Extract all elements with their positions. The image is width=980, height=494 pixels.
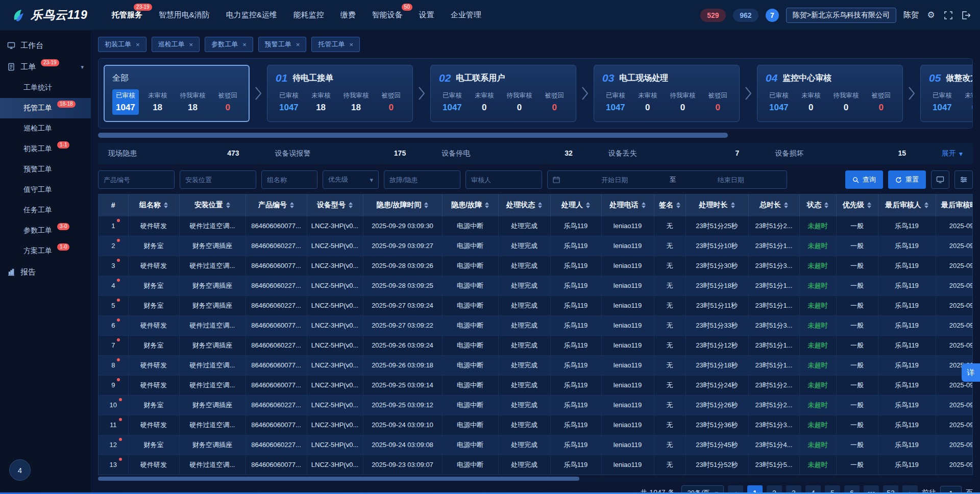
step-stat[interactable]: 被驳回0 xyxy=(378,89,404,115)
auditor-input[interactable] xyxy=(465,170,542,189)
nav-item[interactable]: 电力监控&运维 xyxy=(219,5,284,25)
workflow-step-card[interactable]: 02电工联系用户已审核1047未审核0待我审核0被驳回0 xyxy=(430,65,576,122)
step-stat[interactable]: 已审核1047 xyxy=(602,89,629,115)
step-stat[interactable]: 已审核1047 xyxy=(439,89,465,115)
sidebar-item[interactable]: 参数工单3-0 xyxy=(0,220,91,241)
step-stat[interactable]: 被驳回0 xyxy=(214,89,241,115)
priority-select[interactable]: 优先级 ▾ xyxy=(323,170,379,189)
column-header[interactable]: 处理状态 xyxy=(498,194,550,216)
logout-icon[interactable] xyxy=(961,10,971,20)
workorder-tab-chip[interactable]: 巡检工单× xyxy=(152,37,200,52)
company-selector[interactable]: 陈贺>新北京乐鸟科技有限公司 xyxy=(786,8,896,23)
table-row[interactable]: 10财务室财务空调插座864606060227...LNCZ-5HP(v0...… xyxy=(99,395,973,415)
search-button[interactable]: 查询 xyxy=(845,170,883,189)
column-header[interactable]: 设备型号 xyxy=(307,194,363,216)
sort-icon[interactable] xyxy=(226,202,230,208)
column-header[interactable]: 隐患/故障 xyxy=(442,194,498,216)
sort-icon[interactable] xyxy=(784,202,788,208)
nav-item[interactable]: 缴费 xyxy=(334,5,362,25)
detail-float-button[interactable]: 详 xyxy=(962,363,980,382)
steps-scrollbar-thumb[interactable] xyxy=(98,133,728,138)
table-row[interactable]: 7财务室财务空调插座864606060227...LNCZ-5HP(v0...2… xyxy=(99,335,973,355)
column-header[interactable]: 签名 xyxy=(654,194,685,216)
nav-item[interactable]: 托管服务23-19 xyxy=(105,5,149,25)
sort-icon[interactable] xyxy=(164,202,168,208)
sort-icon[interactable] xyxy=(924,202,928,208)
column-header[interactable]: 产品编号 xyxy=(246,194,307,216)
fault-input[interactable] xyxy=(384,170,460,189)
expand-toggle[interactable]: 展开▾ xyxy=(942,149,963,158)
column-header[interactable]: 隐患/故障时间 xyxy=(363,194,442,216)
sort-icon[interactable] xyxy=(824,202,828,208)
end-date-input[interactable] xyxy=(680,176,782,184)
workflow-step-card[interactable]: 03电工现场处理已审核1047未审核0待我审核0被驳回0 xyxy=(594,65,740,122)
step-stat[interactable]: 未审核0 xyxy=(798,89,824,115)
start-date-input[interactable] xyxy=(564,176,666,184)
step-stat[interactable]: 未审核0 xyxy=(961,89,973,115)
table-row[interactable]: 4财务室财务空调插座864606060227...LNCZ-5HP(v0...2… xyxy=(99,276,973,295)
column-header[interactable]: 组名称 xyxy=(128,194,179,216)
step-stat[interactable]: 已审核1047 xyxy=(276,89,302,115)
date-range-picker[interactable]: 至 xyxy=(547,170,787,189)
group-name-input[interactable] xyxy=(261,170,317,189)
table-row[interactable]: 9硬件研发硬件过道空调...864606060077...LNCZ-3HP(v0… xyxy=(99,375,973,395)
sort-icon[interactable] xyxy=(731,202,735,208)
column-header[interactable]: # xyxy=(99,194,128,216)
nav-item[interactable]: 智慧用电&消防 xyxy=(152,5,216,25)
table-scrollbar[interactable] xyxy=(98,477,973,481)
sort-icon[interactable] xyxy=(538,202,542,208)
column-header[interactable]: 处理电话 xyxy=(601,194,654,216)
column-header[interactable]: 优先级 xyxy=(836,194,878,216)
sort-icon[interactable] xyxy=(586,202,590,208)
sort-icon[interactable] xyxy=(867,202,871,208)
table-row[interactable]: 12财务室财务空调插座864606060227...LNCZ-5HP(v0...… xyxy=(99,435,973,455)
message-counter-badge[interactable]: 962 xyxy=(733,9,758,22)
nav-item[interactable]: 能耗监控 xyxy=(287,5,331,25)
sort-icon[interactable] xyxy=(349,202,353,208)
step-stat[interactable]: 待我审核18 xyxy=(339,89,372,115)
table-scrollbar-thumb[interactable] xyxy=(98,477,579,481)
table-row[interactable]: 3硬件研发硬件过道空调...864606060077...LNCZ-3HP(v0… xyxy=(99,256,973,276)
step-stat[interactable]: 已审核1047 xyxy=(112,89,139,115)
nav-item[interactable]: 企业管理 xyxy=(444,5,488,25)
step-stat[interactable]: 待我审核18 xyxy=(176,89,209,115)
column-header[interactable]: 最后审核人 xyxy=(878,194,936,216)
step-stat[interactable]: 待我审核0 xyxy=(503,89,535,115)
sort-icon[interactable] xyxy=(485,202,489,208)
sidebar-item[interactable]: 预警工单 xyxy=(0,159,91,180)
step-stat[interactable]: 待我审核0 xyxy=(666,89,699,115)
gear-icon[interactable]: ⚙ xyxy=(926,10,936,20)
close-icon[interactable]: × xyxy=(349,41,353,48)
workorder-tab-chip[interactable]: 托管工单× xyxy=(311,37,360,52)
column-settings-icon-button[interactable] xyxy=(954,170,973,189)
sidebar-float-badge[interactable]: 4 xyxy=(9,459,31,481)
step-stat[interactable]: 未审核18 xyxy=(144,89,171,115)
step-stat[interactable]: 未审核0 xyxy=(634,89,661,115)
step-stat[interactable]: 已审核1047 xyxy=(766,89,792,115)
column-header[interactable]: 总时长 xyxy=(748,194,799,216)
sort-icon[interactable] xyxy=(290,202,294,208)
nav-item[interactable]: 设置 xyxy=(412,5,441,25)
close-icon[interactable]: × xyxy=(296,41,300,48)
table-row[interactable]: 8硬件研发硬件过道空调...864606060077...LNCZ-3HP(v0… xyxy=(99,355,973,375)
nav-item[interactable]: 智能设备50 xyxy=(365,5,409,25)
sidebar-item[interactable]: 报告 xyxy=(0,261,91,283)
step-stat[interactable]: 被驳回0 xyxy=(541,89,568,115)
workorder-tab-chip[interactable]: 预警工单× xyxy=(258,37,307,52)
table-row[interactable]: 2财务室财务空调插座864606060227...LNCZ-5HP(v0...2… xyxy=(99,236,973,256)
table-row[interactable]: 1硬件研发硬件过道空调...864606060077...LNCZ-3HP(v0… xyxy=(99,216,973,236)
step-stat[interactable]: 待我审核0 xyxy=(829,89,862,115)
install-position-input[interactable] xyxy=(180,170,256,189)
reset-button[interactable]: 重置 xyxy=(888,170,926,189)
sidebar-item[interactable]: 初装工单1-1 xyxy=(0,139,91,159)
workorder-tab-chip[interactable]: 初装工单× xyxy=(98,37,146,52)
step-stat[interactable]: 已审核1047 xyxy=(929,89,955,115)
workorder-tab-chip[interactable]: 参数工单× xyxy=(205,37,253,52)
sort-icon[interactable] xyxy=(642,202,646,208)
table-row[interactable]: 11硬件研发硬件过道空调...864606060077...LNCZ-3HP(v… xyxy=(99,415,973,435)
sidebar-item[interactable]: 方案工单1-0 xyxy=(0,241,91,261)
fullscreen-icon[interactable] xyxy=(943,10,953,20)
sidebar-item[interactable]: 巡检工单 xyxy=(0,118,91,139)
close-icon[interactable]: × xyxy=(136,41,140,48)
column-header[interactable]: 状态 xyxy=(799,194,836,216)
